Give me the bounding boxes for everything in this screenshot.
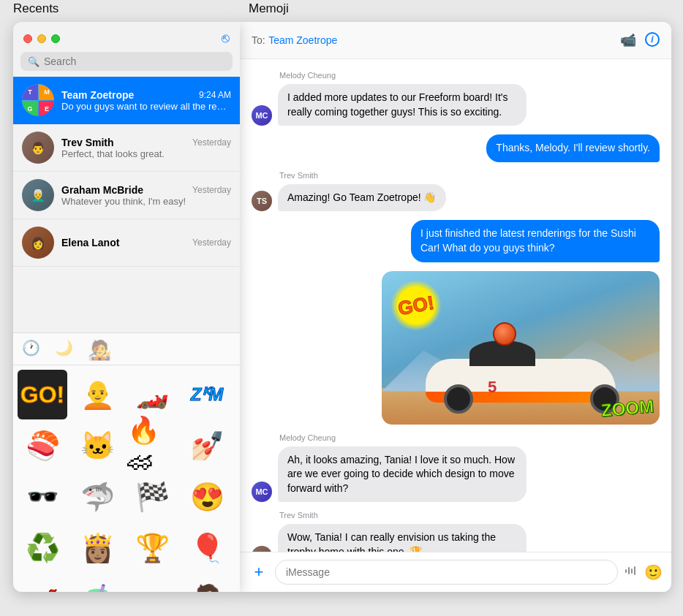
sender-label-melody-2: Melody Cheung — [279, 433, 660, 442]
conv-name-team-zoetrope: Team Zoetrope — [61, 89, 134, 101]
sender-label-melody-1: Melody Cheung — [279, 71, 660, 80]
recents-annotation: Recents — [13, 1, 59, 16]
sticker-tam-text[interactable]: TAÑI — [18, 574, 67, 592]
audio-record-button[interactable] — [624, 563, 638, 582]
search-icon: 🔍 — [28, 56, 39, 67]
chat-header: To: Team Zoetrope 📹 i — [240, 22, 671, 59]
close-button[interactable] — [23, 34, 32, 43]
conv-content-trev-smith: Trev Smith Yesterday Perfect, that looks… — [61, 137, 231, 159]
avatar-team-zoetrope: T M G E — [22, 84, 54, 116]
info-icon[interactable]: i — [645, 32, 660, 47]
video-call-icon[interactable]: 📹 — [620, 32, 636, 48]
sidebar: ⎋ 🔍 T M G E Team Zo — [13, 22, 240, 592]
minimize-button[interactable] — [37, 34, 46, 43]
message-row-image: 5 GO! ZOOM — [252, 271, 660, 425]
window-chrome: ⎋ — [13, 22, 240, 52]
compose-button[interactable]: ⎋ — [222, 31, 230, 46]
sticker-boba[interactable]: 🧋 — [72, 574, 122, 592]
message-input[interactable] — [275, 560, 618, 585]
chat-panel: To: Team Zoetrope 📹 i Melody Cheung MC I… — [240, 22, 671, 592]
conversation-list: T M G E Team Zoetrope 9:24 AM Do you guy… — [13, 77, 240, 332]
sticker-heart-eyes[interactable]: 😍 — [182, 472, 232, 522]
conv-name-trev-smith: Trev Smith — [61, 137, 114, 148]
sticker-sushi[interactable]: 🍣 — [18, 421, 67, 471]
bubble-1: I added more updates to our Freeform boa… — [278, 84, 527, 126]
svg-rect-3 — [634, 566, 635, 575]
bubble-4: I just finished the latest renderings fo… — [411, 220, 660, 262]
svg-rect-2 — [631, 569, 633, 574]
chat-input-area: + 🙂 — [240, 552, 671, 592]
avatar-melody: MC — [252, 105, 272, 126]
conv-name-graham-mcbride: Graham McBride — [61, 184, 143, 196]
avatar-melody-2: MC — [252, 482, 272, 502]
conv-name-elena-lanot: Elena Lanot — [61, 237, 119, 248]
sticker-zoom-text[interactable]: ZᴷM — [182, 370, 232, 419]
conv-content-graham-mcbride: Graham McBride Yesterday Whatever you th… — [61, 184, 231, 207]
message-row-5: MC Ah, it looks amazing, Tania! I love i… — [252, 446, 660, 503]
chat-to-field: To: Team Zoetrope — [252, 34, 337, 47]
sticker-dancing-person[interactable]: 👸🏽 — [72, 523, 122, 573]
sticker-recycle[interactable]: ♻️ — [18, 523, 67, 573]
message-row-2: Thanks, Melody. I'll review shortly. — [252, 134, 660, 162]
traffic-lights — [23, 34, 60, 43]
emoji-panel: 🕐 🌙 🧑‍🎤 GO! 🧑‍🦲 🏎️ ZᴷM 🍣 🐱 🔥🏎 💅🏻 🕶️ 🦈 🏁 — [13, 332, 240, 592]
conversation-item-team-zoetrope[interactable]: T M G E Team Zoetrope 9:24 AM Do you guy… — [13, 77, 240, 124]
sushi-car-image: 5 GO! ZOOM — [382, 271, 660, 425]
sticker-fire-car[interactable]: 🔥🏎 — [127, 421, 177, 471]
bubble-6: Wow, Tania! I can really envision us tak… — [278, 524, 527, 552]
sticker-shark[interactable]: 🦈 — [72, 472, 122, 522]
chat-header-actions: 📹 i — [620, 32, 660, 48]
message-group-3: Trev Smith TS Amazing! Go Team Zoetrope!… — [252, 171, 660, 212]
emoji-tab-memoji[interactable]: 🧑‍🎤 — [88, 339, 111, 362]
chat-to-label: To: — [252, 34, 265, 46]
conversation-item-trev-smith[interactable]: 👨 Trev Smith Yesterday Perfect, that loo… — [13, 124, 240, 172]
sticker-checkered-flag[interactable]: 🏁 — [127, 472, 177, 522]
bubble-2: Thanks, Melody. I'll review shortly. — [486, 134, 660, 162]
conversation-item-elena-lanot[interactable]: 👩 Elena Lanot Yesterday — [13, 219, 240, 267]
fullscreen-button[interactable] — [51, 34, 60, 43]
emoji-tabs: 🕐 🌙 🧑‍🎤 — [13, 333, 240, 365]
avatar-graham-mcbride: 👨‍🦳 — [22, 179, 54, 211]
svg-rect-0 — [625, 569, 627, 573]
emoji-tab-moon[interactable]: 🌙 — [55, 339, 73, 362]
message-row-3: TS Amazing! Go Team Zoetrope! 👋 — [252, 184, 660, 212]
avatar-trev-2: TS — [252, 546, 272, 552]
conv-time-trev-smith: Yesterday — [192, 137, 231, 148]
sticker-artist-memoji[interactable]: 🧑‍🎤 — [182, 574, 232, 592]
message-group-5: Melody Cheung MC Ah, it looks amazing, T… — [252, 433, 660, 503]
search-input[interactable] — [44, 56, 225, 67]
sticker-cool-person[interactable]: 🕶️ — [18, 472, 67, 522]
sticker-go[interactable]: GO! — [18, 370, 67, 419]
svg-rect-1 — [628, 567, 630, 574]
avatar-elena-lanot: 👩 — [22, 227, 54, 259]
emoji-picker-button[interactable]: 🙂 — [644, 563, 663, 581]
avatar-trev-smith: 👨 — [22, 132, 54, 164]
sticker-race-car[interactable]: 🏎️ — [127, 370, 177, 419]
sender-label-trev-1: Trev Smith — [279, 171, 660, 180]
add-attachment-button[interactable]: + — [249, 562, 269, 582]
sticker-foam-finger[interactable]: 🏆 — [127, 523, 177, 573]
avatar-trev-1: TS — [252, 191, 272, 211]
sticker-cat[interactable]: 🐱 — [72, 421, 122, 471]
conversation-item-graham-mcbride[interactable]: 👨‍🦳 Graham McBride Yesterday Whatever yo… — [13, 172, 240, 219]
conv-time-team-zoetrope: 9:24 AM — [199, 90, 231, 100]
search-bar[interactable]: 🔍 — [20, 52, 233, 71]
bubble-5: Ah, it looks amazing, Tania! I love it s… — [278, 446, 527, 503]
sticker-blue-car[interactable]: 🚙 — [127, 574, 177, 592]
conv-time-graham-mcbride: Yesterday — [192, 185, 231, 195]
conv-preview-team-zoetrope: Do you guys want to review all the rende… — [61, 101, 231, 112]
conv-time-elena-lanot: Yesterday — [192, 237, 231, 248]
sticker-nails[interactable]: 💅🏻 — [182, 421, 232, 471]
memoji-annotation: Memoji — [249, 1, 289, 16]
conv-preview-trev-smith: Perfect, that looks great. — [61, 148, 231, 159]
sender-label-trev-2: Trev Smith — [279, 511, 660, 520]
conv-preview-graham-mcbride: Whatever you think, I'm easy! — [61, 196, 231, 207]
messages-area: Melody Cheung MC I added more updates to… — [240, 59, 671, 552]
bubble-3: Amazing! Go Team Zoetrope! 👋 — [278, 184, 446, 212]
sticker-balloon[interactable]: 🎈 — [182, 523, 232, 573]
conv-content-team-zoetrope: Team Zoetrope 9:24 AM Do you guys want t… — [61, 89, 231, 112]
sticker-memoji-1[interactable]: 🧑‍🦲 — [72, 370, 122, 419]
message-row-4: I just finished the latest renderings fo… — [252, 220, 660, 262]
message-group-1: Melody Cheung MC I added more updates to… — [252, 71, 660, 126]
emoji-tab-recents[interactable]: 🕐 — [22, 339, 40, 362]
